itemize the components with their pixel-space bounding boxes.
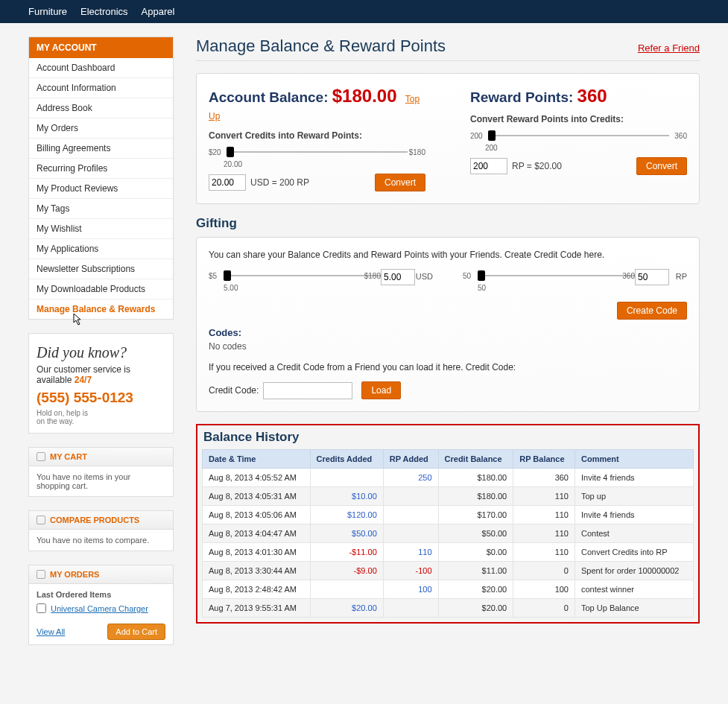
col-header: Comment	[575, 450, 693, 469]
nav-manage-balance-rewards[interactable]: Manage Balance & Rewards	[29, 299, 173, 319]
load-button[interactable]: Load	[361, 381, 401, 399]
rp-input[interactable]	[470, 158, 507, 174]
credits-eq: USD = 200 RP	[250, 177, 309, 188]
compare-panel: COMPARE PRODUCTS You have no items to co…	[28, 510, 174, 551]
gift-credits-handle[interactable]	[224, 270, 231, 281]
cart-panel: MY CART You have no items in your shoppi…	[28, 447, 174, 497]
compare-empty: You have no items to compare.	[29, 530, 173, 551]
orders-panel: MY ORDERS Last Ordered Items Universal C…	[28, 565, 174, 645]
convert-rp-label: Convert Reward Points into Credits:	[470, 114, 687, 124]
convert-credits-label: Convert Credits into Reward Points:	[209, 130, 425, 141]
table-row: Aug 7, 2013 9:55:31 AM$20.00$20.000Top U…	[203, 599, 694, 618]
table-row: Aug 8, 2013 4:01:30 AM-$11.00110$0.00110…	[203, 543, 694, 562]
nav-billing-agreements[interactable]: Billing Agreements	[29, 139, 173, 158]
gift-rp-handle[interactable]	[478, 270, 485, 281]
promo-headline: Did you know?	[37, 344, 165, 361]
nav-account-information[interactable]: Account Information	[29, 78, 173, 98]
history-table: Date & TimeCredits AddedRP AddedCredit B…	[202, 449, 694, 618]
col-header: Credits Added	[310, 450, 383, 469]
gifting-title: Gifting	[196, 216, 700, 231]
top-nav: Furniture Electronics Apparel	[0, 0, 728, 23]
history-title: Balance History	[203, 430, 694, 445]
promo-phone: (555) 555-0123	[37, 390, 165, 406]
nav-my-tags[interactable]: My Tags	[29, 199, 173, 218]
nav-my-product-reviews[interactable]: My Product Reviews	[29, 179, 173, 198]
compare-icon	[37, 516, 45, 524]
cart-icon	[37, 452, 45, 461]
add-to-cart-button[interactable]: Add to Cart	[107, 624, 165, 640]
nav-recurring-profiles[interactable]: Recurring Profiles	[29, 159, 173, 178]
table-row: Aug 8, 2013 2:48:42 AM100$20.00100contes…	[203, 580, 694, 599]
gifting-intro: You can share your Balance Credits and R…	[209, 250, 687, 260]
nav-electronics[interactable]: Electronics	[80, 6, 128, 17]
cart-title: MY CART	[50, 452, 87, 461]
convert-rp-button[interactable]: Convert	[636, 157, 687, 175]
nav-apparel[interactable]: Apparel	[142, 6, 175, 17]
col-header: Credit Balance	[438, 450, 513, 469]
nav-furniture[interactable]: Furniture	[28, 6, 67, 17]
nav-my-wishlist[interactable]: My Wishlist	[29, 219, 173, 238]
promo-small: Hold on, help ison the way.	[37, 409, 165, 425]
table-row: Aug 8, 2013 4:04:47 AM$50.00$50.00110Con…	[203, 524, 694, 543]
receive-text: If you received a Credit Code from a Fri…	[209, 362, 687, 372]
table-row: Aug 8, 2013 4:05:52 AM250$180.00360Invit…	[203, 469, 694, 487]
refer-friend-link[interactable]: Refer a Friend	[638, 42, 700, 54]
reward-points-value: 360	[577, 86, 607, 106]
no-codes: No codes	[209, 341, 687, 352]
credit-code-input[interactable]	[263, 382, 352, 399]
order-item-link[interactable]: Universal Camera Charger	[51, 604, 148, 613]
last-ordered-label: Last Ordered Items	[37, 590, 111, 599]
table-row: Aug 8, 2013 4:05:31 AM$10.00$180.00110To…	[203, 487, 694, 506]
nav-my-orders[interactable]: My Orders	[29, 118, 173, 138]
create-code-button[interactable]: Create Code	[617, 302, 687, 320]
col-header: RP Added	[383, 450, 438, 469]
rp-eq: RP = $20.00	[512, 161, 562, 171]
table-row: Aug 8, 2013 3:30:44 AM-$9.00-100$11.000S…	[203, 562, 694, 580]
nav-my-applications[interactable]: My Applications	[29, 239, 173, 259]
credit-code-label: Credit Code:	[209, 385, 259, 396]
nav-address-book[interactable]: Address Book	[29, 98, 173, 118]
order-item-check[interactable]	[37, 603, 46, 613]
credits-input[interactable]	[209, 174, 246, 191]
gift-credits-input[interactable]	[381, 269, 415, 285]
orders-title: MY ORDERS	[50, 570, 99, 579]
credits-slider-handle[interactable]	[227, 147, 234, 157]
col-header: Date & Time	[203, 450, 311, 469]
credits-slider[interactable]: $20 $180 20.00	[209, 144, 425, 169]
compare-title: COMPARE PRODUCTS	[50, 516, 139, 524]
convert-credits-button[interactable]: Convert	[375, 174, 425, 191]
rp-slider[interactable]: 200 360 200	[470, 127, 687, 153]
nav-newsletter-subscriptions[interactable]: Newsletter Subscriptions	[29, 259, 173, 279]
promo-panel: Did you know? Our customer service isava…	[28, 333, 174, 434]
table-row: Aug 8, 2013 4:05:06 AM$120.00$170.00110I…	[203, 506, 694, 524]
gift-rp-input[interactable]	[635, 269, 669, 285]
my-account-panel: MY ACCOUNT Account DashboardAccount Info…	[28, 37, 174, 320]
account-balance-value: $180.00	[332, 86, 397, 106]
account-balance-label: Account Balance: $180.00 Top Up	[209, 86, 425, 123]
balance-history: Balance History Date & TimeCredits Added…	[196, 424, 700, 624]
gift-credits-slider[interactable]: $5 $180 5.00 USD	[209, 267, 433, 293]
promo-line: Our customer service isavailable 24/7	[37, 364, 165, 385]
orders-view-all[interactable]: View All	[37, 627, 65, 636]
codes-label: Codes:	[209, 327, 687, 338]
cursor-icon	[71, 313, 83, 330]
nav-account-dashboard[interactable]: Account Dashboard	[29, 58, 173, 77]
col-header: RP Balance	[513, 450, 575, 469]
my-account-title: MY ACCOUNT	[29, 37, 173, 58]
rp-slider-handle[interactable]	[488, 130, 496, 141]
orders-icon	[37, 570, 45, 579]
reward-points-label: Reward Points: 360	[470, 86, 687, 107]
page-title: Manage Balance & Reward Points	[196, 37, 446, 56]
cart-empty: You have no items in your shopping cart.	[29, 466, 173, 496]
gift-rp-slider[interactable]: 50 360 50 RP	[463, 267, 687, 293]
nav-my-downloadable-products[interactable]: My Downloadable Products	[29, 279, 173, 299]
